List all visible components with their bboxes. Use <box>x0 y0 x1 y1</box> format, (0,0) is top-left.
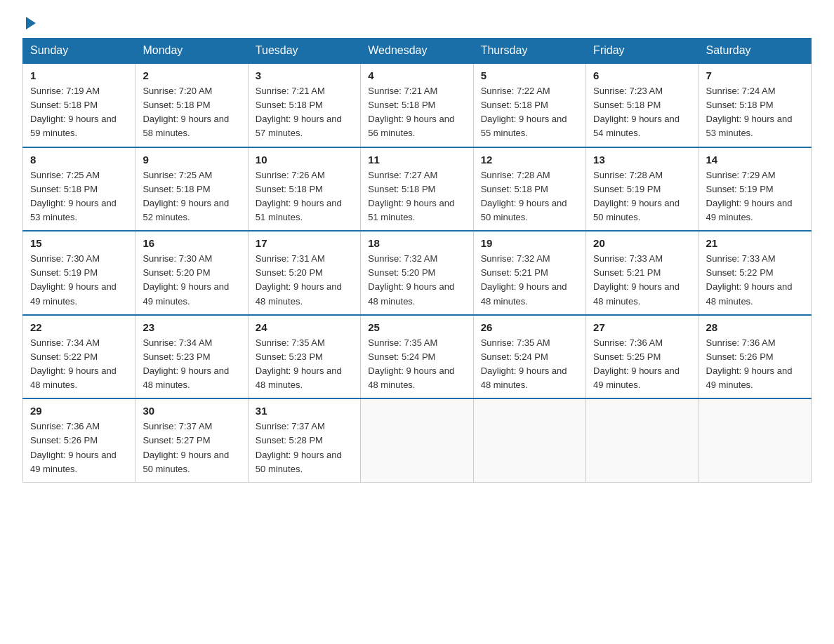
calendar-cell: 15 Sunrise: 7:30 AM Sunset: 5:19 PM Dayl… <box>23 231 135 315</box>
day-number: 10 <box>256 154 353 166</box>
day-info: Sunrise: 7:20 AM Sunset: 5:18 PM Dayligh… <box>143 84 240 141</box>
calendar-cell: 12 Sunrise: 7:28 AM Sunset: 5:18 PM Dayl… <box>473 147 585 232</box>
calendar-cell: 26 Sunrise: 7:35 AM Sunset: 5:24 PM Dayl… <box>473 315 585 399</box>
day-number: 24 <box>256 321 353 333</box>
day-info: Sunrise: 7:29 AM Sunset: 5:19 PM Dayligh… <box>706 168 804 225</box>
day-number: 4 <box>368 69 465 81</box>
calendar-header-row: SundayMondayTuesdayWednesdayThursdayFrid… <box>23 39 812 64</box>
week-row-4: 22 Sunrise: 7:34 AM Sunset: 5:22 PM Dayl… <box>23 315 812 399</box>
calendar-cell: 27 Sunrise: 7:36 AM Sunset: 5:25 PM Dayl… <box>586 315 699 399</box>
day-number: 19 <box>481 237 578 249</box>
day-info: Sunrise: 7:35 AM Sunset: 5:24 PM Dayligh… <box>481 336 578 393</box>
day-number: 27 <box>593 321 691 333</box>
day-info: Sunrise: 7:34 AM Sunset: 5:23 PM Dayligh… <box>143 336 240 393</box>
col-header-thursday: Thursday <box>473 39 585 64</box>
day-number: 6 <box>593 69 691 81</box>
calendar-cell: 3 Sunrise: 7:21 AM Sunset: 5:18 PM Dayli… <box>248 63 360 147</box>
calendar-cell: 8 Sunrise: 7:25 AM Sunset: 5:18 PM Dayli… <box>23 147 135 232</box>
day-number: 25 <box>368 321 465 333</box>
day-info: Sunrise: 7:35 AM Sunset: 5:23 PM Dayligh… <box>256 336 353 393</box>
week-row-5: 29 Sunrise: 7:36 AM Sunset: 5:26 PM Dayl… <box>23 398 812 482</box>
calendar-cell: 16 Sunrise: 7:30 AM Sunset: 5:20 PM Dayl… <box>135 231 248 315</box>
calendar-cell: 2 Sunrise: 7:20 AM Sunset: 5:18 PM Dayli… <box>135 63 248 147</box>
calendar-cell: 1 Sunrise: 7:19 AM Sunset: 5:18 PM Dayli… <box>23 63 135 147</box>
day-info: Sunrise: 7:35 AM Sunset: 5:24 PM Dayligh… <box>368 336 465 393</box>
col-header-monday: Monday <box>135 39 248 64</box>
calendar-cell: 17 Sunrise: 7:31 AM Sunset: 5:20 PM Dayl… <box>248 231 360 315</box>
day-info: Sunrise: 7:32 AM Sunset: 5:21 PM Dayligh… <box>481 252 578 309</box>
calendar-cell: 24 Sunrise: 7:35 AM Sunset: 5:23 PM Dayl… <box>248 315 360 399</box>
calendar-cell <box>586 398 699 482</box>
logo-blue <box>22 17 36 29</box>
day-number: 29 <box>30 405 128 417</box>
day-info: Sunrise: 7:23 AM Sunset: 5:18 PM Dayligh… <box>593 84 691 141</box>
logo-arrow-icon <box>26 17 36 29</box>
day-info: Sunrise: 7:32 AM Sunset: 5:20 PM Dayligh… <box>368 252 465 309</box>
calendar-cell: 5 Sunrise: 7:22 AM Sunset: 5:18 PM Dayli… <box>473 63 585 147</box>
day-info: Sunrise: 7:28 AM Sunset: 5:19 PM Dayligh… <box>593 168 691 225</box>
calendar-cell: 21 Sunrise: 7:33 AM Sunset: 5:22 PM Dayl… <box>699 231 811 315</box>
col-header-tuesday: Tuesday <box>248 39 360 64</box>
day-info: Sunrise: 7:30 AM Sunset: 5:20 PM Dayligh… <box>143 252 240 309</box>
calendar-cell: 20 Sunrise: 7:33 AM Sunset: 5:21 PM Dayl… <box>586 231 699 315</box>
day-info: Sunrise: 7:36 AM Sunset: 5:26 PM Dayligh… <box>30 420 128 476</box>
day-info: Sunrise: 7:25 AM Sunset: 5:18 PM Dayligh… <box>30 168 128 225</box>
day-number: 28 <box>706 321 804 333</box>
page-header <box>22 17 812 29</box>
col-header-sunday: Sunday <box>23 39 135 64</box>
day-number: 14 <box>706 154 804 166</box>
day-info: Sunrise: 7:24 AM Sunset: 5:18 PM Dayligh… <box>706 84 804 141</box>
day-number: 26 <box>481 321 578 333</box>
calendar-cell: 31 Sunrise: 7:37 AM Sunset: 5:28 PM Dayl… <box>248 398 360 482</box>
day-number: 11 <box>368 154 465 166</box>
day-number: 30 <box>143 405 240 417</box>
day-number: 8 <box>30 154 128 166</box>
day-number: 23 <box>143 321 240 333</box>
calendar-cell: 28 Sunrise: 7:36 AM Sunset: 5:26 PM Dayl… <box>699 315 811 399</box>
day-info: Sunrise: 7:27 AM Sunset: 5:18 PM Dayligh… <box>368 168 465 225</box>
calendar-cell <box>361 398 473 482</box>
calendar-cell: 7 Sunrise: 7:24 AM Sunset: 5:18 PM Dayli… <box>699 63 811 147</box>
day-number: 3 <box>256 69 353 81</box>
day-info: Sunrise: 7:36 AM Sunset: 5:26 PM Dayligh… <box>706 336 804 393</box>
day-info: Sunrise: 7:33 AM Sunset: 5:21 PM Dayligh… <box>593 252 691 309</box>
day-number: 31 <box>256 405 353 417</box>
calendar-cell: 25 Sunrise: 7:35 AM Sunset: 5:24 PM Dayl… <box>361 315 473 399</box>
calendar-cell: 30 Sunrise: 7:37 AM Sunset: 5:27 PM Dayl… <box>135 398 248 482</box>
day-number: 17 <box>256 237 353 249</box>
day-number: 22 <box>30 321 128 333</box>
day-number: 12 <box>481 154 578 166</box>
day-info: Sunrise: 7:31 AM Sunset: 5:20 PM Dayligh… <box>256 252 353 309</box>
week-row-2: 8 Sunrise: 7:25 AM Sunset: 5:18 PM Dayli… <box>23 147 812 232</box>
day-number: 5 <box>481 69 578 81</box>
day-info: Sunrise: 7:37 AM Sunset: 5:27 PM Dayligh… <box>143 420 240 476</box>
day-number: 15 <box>30 237 128 249</box>
week-row-3: 15 Sunrise: 7:30 AM Sunset: 5:19 PM Dayl… <box>23 231 812 315</box>
day-info: Sunrise: 7:36 AM Sunset: 5:25 PM Dayligh… <box>593 336 691 393</box>
calendar-cell: 19 Sunrise: 7:32 AM Sunset: 5:21 PM Dayl… <box>473 231 585 315</box>
day-number: 18 <box>368 237 465 249</box>
day-info: Sunrise: 7:22 AM Sunset: 5:18 PM Dayligh… <box>481 84 578 141</box>
logo <box>22 17 36 29</box>
calendar-table: SundayMondayTuesdayWednesdayThursdayFrid… <box>22 38 812 483</box>
day-number: 2 <box>143 69 240 81</box>
calendar-cell: 18 Sunrise: 7:32 AM Sunset: 5:20 PM Dayl… <box>361 231 473 315</box>
day-info: Sunrise: 7:34 AM Sunset: 5:22 PM Dayligh… <box>30 336 128 393</box>
calendar-cell: 14 Sunrise: 7:29 AM Sunset: 5:19 PM Dayl… <box>699 147 811 232</box>
calendar-cell: 4 Sunrise: 7:21 AM Sunset: 5:18 PM Dayli… <box>361 63 473 147</box>
day-info: Sunrise: 7:19 AM Sunset: 5:18 PM Dayligh… <box>30 84 128 141</box>
calendar-cell: 13 Sunrise: 7:28 AM Sunset: 5:19 PM Dayl… <box>586 147 699 232</box>
day-info: Sunrise: 7:28 AM Sunset: 5:18 PM Dayligh… <box>481 168 578 225</box>
day-number: 9 <box>143 154 240 166</box>
week-row-1: 1 Sunrise: 7:19 AM Sunset: 5:18 PM Dayli… <box>23 63 812 147</box>
day-info: Sunrise: 7:25 AM Sunset: 5:18 PM Dayligh… <box>143 168 240 225</box>
day-info: Sunrise: 7:26 AM Sunset: 5:18 PM Dayligh… <box>256 168 353 225</box>
calendar-cell: 11 Sunrise: 7:27 AM Sunset: 5:18 PM Dayl… <box>361 147 473 232</box>
calendar-cell: 23 Sunrise: 7:34 AM Sunset: 5:23 PM Dayl… <box>135 315 248 399</box>
calendar-cell: 29 Sunrise: 7:36 AM Sunset: 5:26 PM Dayl… <box>23 398 135 482</box>
day-number: 1 <box>30 69 128 81</box>
day-info: Sunrise: 7:33 AM Sunset: 5:22 PM Dayligh… <box>706 252 804 309</box>
calendar-cell: 9 Sunrise: 7:25 AM Sunset: 5:18 PM Dayli… <box>135 147 248 232</box>
day-number: 16 <box>143 237 240 249</box>
calendar-cell: 10 Sunrise: 7:26 AM Sunset: 5:18 PM Dayl… <box>248 147 360 232</box>
